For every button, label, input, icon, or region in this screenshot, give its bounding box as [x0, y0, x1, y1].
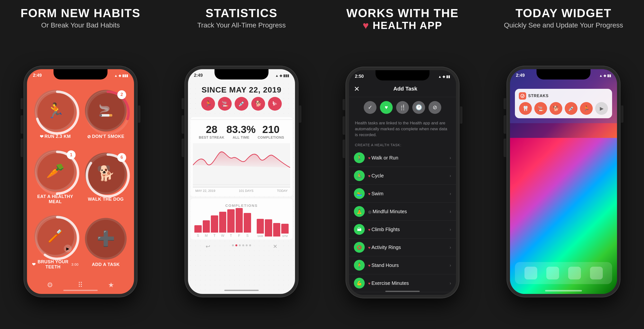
pag-dot-6[interactable]: [249, 244, 251, 246]
habit-smoke[interactable]: 🚬 2 ⊘ DON'T SMOKE: [82, 86, 129, 143]
star-icon[interactable]: ★: [108, 281, 114, 289]
filter-no[interactable]: ⊘: [428, 101, 441, 114]
habit-dog[interactable]: 🐕 6 WALK THE DOG: [82, 147, 129, 208]
dock-icon-1[interactable]: [524, 267, 537, 280]
habit-brush-play: ▶: [64, 244, 72, 252]
filter-clock[interactable]: 🕐: [412, 101, 425, 114]
phone4-status-icons: ▲ ◈ ▮▮: [599, 74, 611, 78]
widget-icon-book[interactable]: ▶: [595, 102, 608, 115]
stats-streak-label: BEST STREAK: [199, 136, 224, 139]
task-exercise[interactable]: 💪 ♥Exercise Minutes ›: [349, 274, 456, 292]
phone1-status-icons: ▲ ◈ ▮▮▮: [114, 74, 128, 78]
stats-since-label: SINCE MAY 22, 2019: [192, 86, 291, 94]
phone1-notch: [54, 69, 108, 80]
task-rings-name: ♥Activity Rings: [368, 244, 450, 250]
pag-dot-5[interactable]: [246, 244, 248, 246]
task-climb[interactable]: 🏔 ♥Climb Flights ›: [349, 220, 456, 238]
stats-days-count: 101 DAYS: [239, 189, 254, 192]
habit-brush[interactable]: 🪥 ▶ ❤ BRUSH YOUR TEETH3:00: [32, 212, 78, 273]
task-mindful[interactable]: 🧘 ◎Mindful Minutes ›: [349, 203, 456, 220]
streaks-icon-svg: [520, 94, 525, 98]
task-cycle[interactable]: 🚴 ♥Cycle ›: [349, 167, 456, 185]
task-rings[interactable]: ⭕ ♥Activity Rings ›: [349, 238, 456, 256]
bar-s2-fill: [244, 213, 251, 232]
panel1-subtitle: Or Break Your Bad Habits: [20, 21, 141, 29]
today-widget[interactable]: STREAKS 🦷 🚬 🐕 💉 🏃 ▶: [515, 89, 612, 118]
task-exercise-icon: 💪: [354, 278, 365, 288]
habit-add[interactable]: ➕ ADD A TASK: [82, 212, 129, 273]
habit-smoke-ring: 🚬 2: [85, 90, 127, 132]
stats-close-icon[interactable]: ✕: [273, 244, 277, 250]
filter-heart[interactable]: ♥: [380, 101, 393, 114]
bar-6am-label: 6AM: [258, 234, 263, 238]
task-walk-run-name: ♥Walk or Run: [368, 155, 450, 161]
add-task-close-btn[interactable]: ✕: [354, 85, 360, 93]
widget-icon-smoke[interactable]: 🚬: [534, 102, 547, 115]
bar-mid2: [273, 223, 280, 238]
panel1-title: FORM NEW HABITS: [20, 7, 141, 20]
bar-mid1-fill: [265, 219, 272, 236]
bar-t2-label: T: [230, 234, 232, 238]
settings-icon[interactable]: ⚙: [47, 281, 53, 289]
widget-icon-tooth[interactable]: 🦷: [519, 102, 532, 115]
task-climb-name: ♥Climb Flights: [368, 227, 450, 232]
stats-completions: 210 COMPLETIONS: [258, 124, 284, 139]
phone3-screen: ✕ Add Task ✓ ♥ 🍴 🕐 ⊘ Health tasks are li…: [349, 70, 456, 295]
stats-back-icon[interactable]: ↩: [206, 244, 210, 250]
stats-chart-svg: [193, 143, 290, 187]
phone3-vol-up-btn: [342, 116, 345, 135]
stats-chart-labels: MAY 22, 2019 101 DAYS TODAY: [190, 188, 292, 194]
bar-t: T: [211, 216, 218, 238]
widget-icon-run[interactable]: 🏃: [580, 102, 593, 115]
dock-icon-2[interactable]: [546, 267, 559, 280]
stats-icon-dog: 🐕: [251, 97, 265, 111]
dock-icon-4[interactable]: [590, 267, 603, 280]
pag-dot-1[interactable]: [232, 244, 234, 246]
phone3-frame: 2:50 ▲ ◈ ▮▮ ✕ Add Task ✓ ♥ 🍴 🕐: [346, 67, 459, 298]
habit-eat[interactable]: 🥕 1 EAT A HEALTHY MEAL: [32, 147, 78, 208]
phone1-vol-down-btn: [20, 138, 23, 157]
filter-check[interactable]: ✓: [364, 101, 376, 114]
phone3-home-indicator: [385, 291, 420, 292]
phone2-vol-up-btn: [182, 115, 184, 134]
phone4-vol-down-btn: [504, 138, 506, 157]
bar-6am-fill: [257, 219, 264, 234]
habit-smoke-badge: 2: [117, 90, 126, 99]
add-task-filter: ✓ ♥ 🍴 🕐 ⊘: [349, 97, 456, 118]
panel3-heart: ♥: [363, 20, 369, 31]
task-burn[interactable]: 🔥 ♥Burn Active Energy ›: [349, 292, 456, 298]
habit-run[interactable]: 🏃 ❤ RUN 2.3 KM: [32, 86, 78, 143]
phone1-screen: 🏃 ❤ RUN 2.3 KM 🚬: [27, 69, 134, 294]
bar-t2-fill: [227, 209, 235, 232]
phone2-wrapper: 2:49 ▲ ◈ ▮▮▮ SINCE MAY 22, 2019 🏃 🚬 💉: [185, 34, 298, 329]
phone4-wrapper: 2:49 ▲ ◈ ▮▮ STREAKS: [507, 34, 620, 329]
panel4-header: TODAY WIDGET Quickly See and Update Your…: [499, 0, 628, 34]
widget-icon-inject[interactable]: 💉: [565, 102, 578, 115]
phone4-home-indicator: [545, 290, 582, 292]
panel2-subtitle: Track Your All-Time Progress: [197, 21, 286, 29]
phone3-silent-btn: [342, 99, 345, 110]
stats-bottom-nav: ↩ ✕: [188, 242, 295, 252]
habit-add-label: ADD A TASK: [92, 262, 120, 267]
widget-icon-dog[interactable]: 🐕: [550, 102, 562, 115]
task-walk-run[interactable]: 🚶 ♥Walk or Run ›: [349, 149, 456, 167]
widget-app-icon: [519, 92, 526, 100]
task-stand[interactable]: 🧍 ♥Stand Hours ›: [349, 256, 456, 274]
bar-t-label: T: [214, 234, 216, 238]
stats-since: SINCE MAY 22, 2019 🏃 🚬 💉 🐕 ⛷: [188, 82, 295, 117]
phone4-container: 2:49 ▲ ◈ ▮▮ STREAKS: [507, 66, 620, 297]
task-swim[interactable]: 🏊 ♥Swim ›: [349, 185, 456, 203]
pag-dot-2[interactable]: [235, 244, 237, 246]
grid-icon[interactable]: ⠿: [78, 281, 83, 289]
filter-food[interactable]: 🍴: [396, 101, 409, 114]
stats-comp-value: 210: [258, 124, 284, 136]
pag-dot-3[interactable]: [239, 244, 241, 246]
pag-dot-4[interactable]: [242, 244, 244, 246]
task-rings-chevron: ›: [450, 245, 451, 250]
phone3-container: 2:50 ▲ ◈ ▮▮ ✕ Add Task ✓ ♥ 🍴 🕐: [346, 67, 459, 298]
panel3-header: WORKS WITH THE ♥ HEALTH APP: [342, 0, 463, 36]
habit-run-progress: [34, 90, 80, 136]
phone1-time: 2:49: [33, 73, 42, 78]
dock-icon-3[interactable]: [568, 267, 581, 280]
phone2-screen: SINCE MAY 22, 2019 🏃 🚬 💉 🐕 ⛷: [188, 69, 295, 294]
